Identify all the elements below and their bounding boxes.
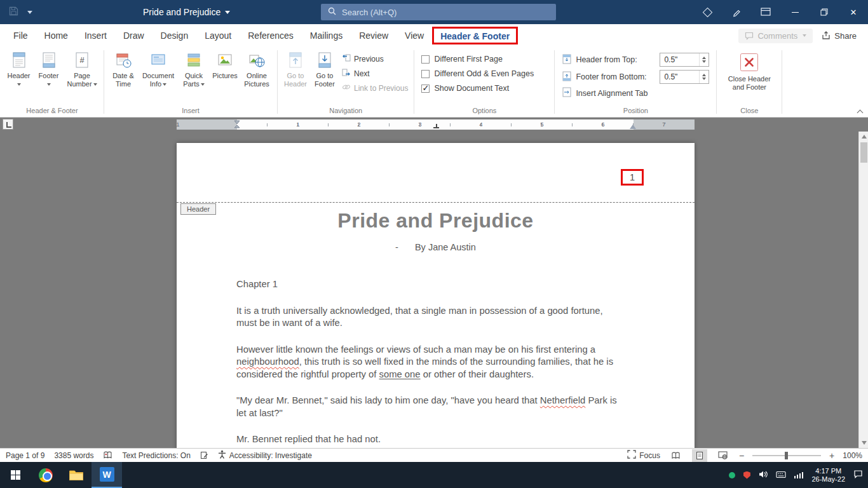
quick-parts-button[interactable]: Quick Parts bbox=[177, 49, 210, 88]
tab-selector[interactable] bbox=[3, 119, 13, 130]
zoom-level[interactable]: 100% bbox=[843, 451, 862, 460]
ruler-number: 1 bbox=[176, 121, 179, 128]
network-icon[interactable] bbox=[794, 472, 804, 478]
pictures-button[interactable]: Pictures bbox=[210, 49, 240, 80]
different-first-page-checkbox[interactable]: Different First Page bbox=[421, 55, 534, 64]
header-from-top-input[interactable] bbox=[660, 53, 709, 67]
tab-view[interactable]: View bbox=[397, 24, 432, 47]
focus-button[interactable]: Focus bbox=[627, 450, 660, 461]
horizontal-ruler[interactable]: 1 1 2 3 4 5 6 7 bbox=[177, 119, 695, 130]
minimize-button[interactable] bbox=[780, 0, 810, 24]
windows-logo-icon bbox=[11, 470, 20, 480]
go-to-footer-icon bbox=[316, 51, 333, 70]
go-to-footer-button[interactable]: Go to Footer bbox=[310, 49, 339, 88]
indent-marker-icon[interactable] bbox=[234, 120, 240, 132]
chevron-down-icon bbox=[225, 11, 230, 14]
tab-review[interactable]: Review bbox=[351, 24, 397, 47]
close-header-footer-button[interactable]: Close Header and Footer bbox=[720, 49, 778, 92]
document-page[interactable]: 1 Header Pride and Prejudice -By Jane Au… bbox=[177, 143, 695, 448]
header-from-top-value[interactable] bbox=[660, 55, 699, 64]
zoom-slider[interactable] bbox=[752, 455, 821, 456]
accessibility-status[interactable]: Accessibility: Investigate bbox=[218, 450, 312, 461]
date-time-button[interactable]: Date & Time bbox=[107, 49, 139, 88]
tab-file[interactable]: File bbox=[5, 24, 36, 47]
footer-button[interactable]: Footer bbox=[34, 49, 64, 88]
page-number-button[interactable]: # Page Number bbox=[64, 49, 100, 88]
ribbon-group-options: Different First Page Different Odd & Eve… bbox=[415, 47, 553, 117]
text-predictions-toggle[interactable]: Text Predictions: On bbox=[122, 451, 190, 460]
word-count[interactable]: 3385 words bbox=[54, 451, 93, 460]
collapse-ribbon-icon[interactable] bbox=[857, 109, 862, 114]
system-tray: 4:17 PM 26-May-22 bbox=[729, 462, 868, 488]
web-layout-button[interactable] bbox=[715, 449, 731, 462]
group-divider bbox=[782, 50, 782, 114]
header-page-number[interactable]: 1 bbox=[630, 172, 635, 182]
header-button[interactable]: Header bbox=[4, 49, 34, 88]
tab-mailings[interactable]: Mailings bbox=[302, 24, 351, 47]
maximize-button[interactable] bbox=[810, 0, 839, 24]
proofing-errors-icon[interactable] bbox=[103, 451, 112, 459]
taskbar-clock[interactable]: 4:17 PM 26-May-22 bbox=[811, 467, 845, 484]
green-status-icon[interactable] bbox=[729, 472, 735, 478]
tab-draw[interactable]: Draw bbox=[115, 24, 153, 47]
previous-button[interactable]: Previous bbox=[342, 54, 408, 64]
chapter-heading: Chapter 1 bbox=[236, 278, 619, 291]
footer-from-bottom-value[interactable] bbox=[660, 72, 699, 81]
search-input[interactable] bbox=[342, 8, 532, 17]
link-to-previous-button[interactable]: Link to Previous bbox=[342, 83, 408, 93]
paragraph: However little known the feelings or vie… bbox=[236, 344, 619, 381]
scroll-up-icon[interactable] bbox=[862, 135, 867, 139]
next-button[interactable]: Next bbox=[342, 69, 408, 78]
go-to-header-button[interactable]: Go to Header bbox=[281, 49, 310, 88]
page-indicator[interactable]: Page 1 of 9 bbox=[6, 451, 44, 460]
scroll-down-icon[interactable] bbox=[862, 441, 867, 445]
search-box[interactable] bbox=[321, 4, 556, 20]
tab-references[interactable]: References bbox=[240, 24, 302, 47]
comments-button[interactable]: Comments bbox=[738, 29, 813, 43]
scrollbar-thumb[interactable] bbox=[860, 142, 867, 163]
touch-keyboard-icon[interactable] bbox=[776, 470, 786, 481]
tab-layout[interactable]: Layout bbox=[196, 24, 240, 47]
print-layout-button[interactable] bbox=[692, 449, 707, 462]
spinner-arrows[interactable] bbox=[699, 71, 709, 83]
tab-design[interactable]: Design bbox=[153, 24, 197, 47]
action-center-icon[interactable] bbox=[853, 470, 863, 481]
taskbar-explorer-button[interactable] bbox=[61, 462, 92, 488]
ribbon-group-insert: Date & Time Document Info Quick Parts Pi… bbox=[105, 47, 276, 117]
tab-home[interactable]: Home bbox=[36, 24, 76, 47]
read-mode-button[interactable] bbox=[668, 449, 684, 462]
close-header-footer-label: Close Header and Footer bbox=[726, 75, 772, 92]
footer-from-bottom-input[interactable] bbox=[660, 70, 709, 84]
ribbon-display-options-icon[interactable] bbox=[751, 0, 780, 24]
tab-header-footer[interactable]: Header & Footer bbox=[432, 27, 518, 44]
vertical-scrollbar[interactable] bbox=[858, 132, 868, 448]
insert-alignment-tab-button[interactable]: Insert Alignment Tab bbox=[562, 87, 709, 99]
taskbar-word-button[interactable]: W bbox=[92, 462, 122, 488]
close-button[interactable]: ✕ bbox=[839, 0, 868, 24]
pen-icon[interactable] bbox=[722, 0, 751, 24]
right-indent-marker-icon[interactable] bbox=[630, 125, 636, 129]
document-title[interactable]: Pride and Prejudice bbox=[143, 7, 230, 17]
document-info-button[interactable]: Document Info bbox=[139, 49, 177, 88]
zoom-out-button[interactable]: − bbox=[739, 451, 744, 461]
alignment-tab-icon bbox=[562, 87, 572, 99]
antivirus-shield-icon[interactable] bbox=[743, 471, 750, 479]
taskbar-chrome-button[interactable] bbox=[31, 462, 61, 488]
online-pictures-button[interactable]: Online Pictures bbox=[240, 49, 274, 88]
ruler-number: 5 bbox=[540, 121, 543, 128]
footer-icon bbox=[41, 51, 57, 70]
editor-icon[interactable] bbox=[200, 451, 208, 459]
tab-insert[interactable]: Insert bbox=[76, 24, 115, 47]
start-button[interactable] bbox=[0, 462, 31, 488]
qat-dropdown-icon[interactable] bbox=[27, 11, 32, 14]
editor-diamond-icon[interactable] bbox=[693, 0, 722, 24]
different-odd-even-checkbox[interactable]: Different Odd & Even Pages bbox=[421, 69, 534, 78]
center-tab-stop-icon[interactable] bbox=[433, 124, 439, 128]
share-button[interactable]: Share bbox=[822, 31, 862, 41]
zoom-slider-thumb[interactable] bbox=[785, 452, 788, 459]
save-icon[interactable] bbox=[9, 6, 18, 18]
zoom-in-button[interactable]: + bbox=[829, 451, 834, 461]
spinner-arrows[interactable] bbox=[699, 53, 709, 66]
show-document-text-checkbox[interactable]: Show Document Text bbox=[421, 84, 534, 93]
volume-icon[interactable] bbox=[759, 470, 768, 481]
